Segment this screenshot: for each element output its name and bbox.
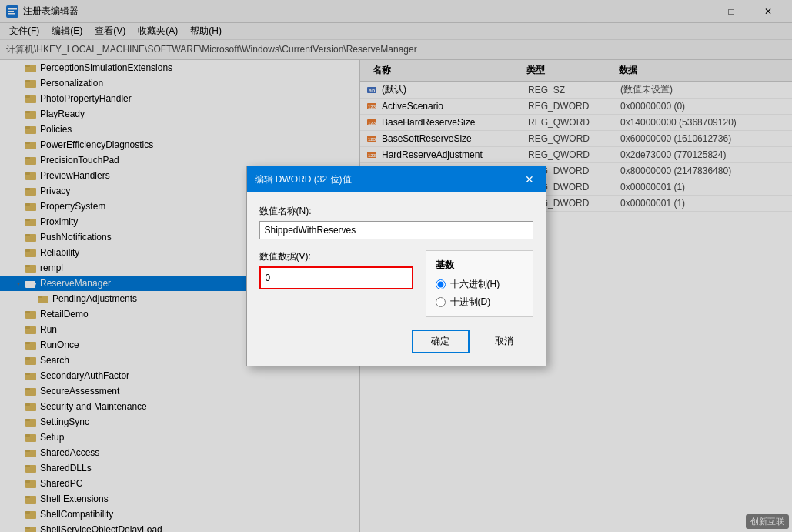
modal-title: 编辑 DWORD (32 位)值 <box>255 173 352 186</box>
dec-radio[interactable] <box>436 297 446 307</box>
data-label: 数值数据(V): <box>259 250 413 263</box>
radio-group: 十六进制(H) 十进制(D) <box>436 278 523 309</box>
value-input[interactable] <box>259 266 413 289</box>
modal-overlay: 编辑 DWORD (32 位)值 ✕ 数值名称(N): 数值数据(V): 基数 <box>0 0 792 532</box>
dec-radio-label[interactable]: 十进制(D) <box>436 296 523 309</box>
dec-label: 十进制(D) <box>450 296 491 309</box>
base-label: 基数 <box>436 259 523 272</box>
name-input[interactable] <box>259 221 533 239</box>
cancel-button[interactable]: 取消 <box>476 330 533 353</box>
ok-button[interactable]: 确定 <box>412 330 470 353</box>
base-section: 基数 十六进制(H) 十进制(D) <box>426 250 533 317</box>
data-base-row: 数值数据(V): 基数 十六进制(H) 十进制(D) <box>259 250 533 317</box>
hex-radio[interactable] <box>436 279 446 289</box>
value-section: 数值数据(V): <box>259 250 413 296</box>
modal-close-button[interactable]: ✕ <box>521 171 538 188</box>
modal-title-bar: 编辑 DWORD (32 位)值 ✕ <box>247 166 546 192</box>
hex-label: 十六进制(H) <box>450 278 500 291</box>
modal-body: 数值名称(N): 数值数据(V): 基数 十六进制(H) <box>247 192 546 366</box>
edit-dword-dialog: 编辑 DWORD (32 位)值 ✕ 数值名称(N): 数值数据(V): 基数 <box>246 166 546 366</box>
modal-buttons: 确定 取消 <box>259 330 533 353</box>
name-label: 数值名称(N): <box>259 205 533 218</box>
hex-radio-label[interactable]: 十六进制(H) <box>436 278 523 291</box>
